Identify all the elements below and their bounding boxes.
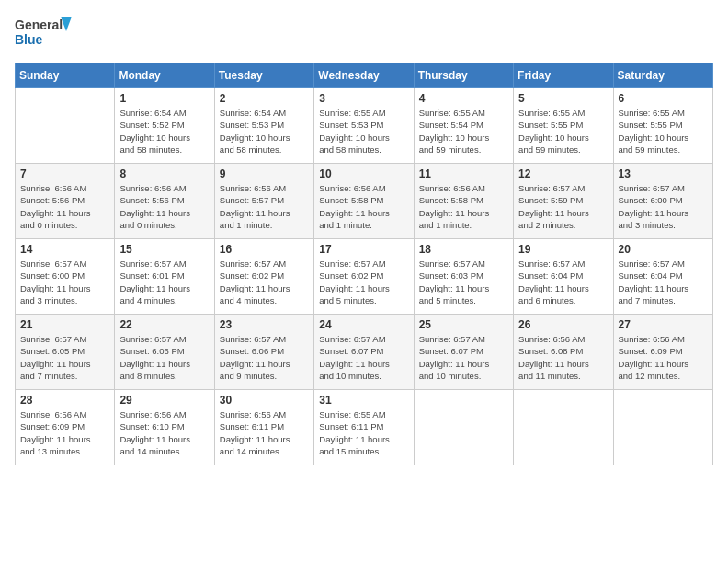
day-number: 24 (319, 318, 408, 331)
calendar-cell: 24Sunrise: 6:57 AM Sunset: 6:07 PM Dayli… (314, 315, 414, 390)
calendar-cell: 11Sunrise: 6:56 AM Sunset: 5:58 PM Dayli… (414, 164, 513, 239)
day-number: 17 (319, 243, 408, 256)
calendar-cell: 13Sunrise: 6:57 AM Sunset: 6:00 PM Dayli… (613, 164, 712, 239)
week-row-5: 28Sunrise: 6:56 AM Sunset: 6:09 PM Dayli… (16, 390, 713, 465)
logo-svg: GeneralBlue (15, 15, 79, 52)
day-info: Sunrise: 6:56 AM Sunset: 6:11 PM Dayligh… (220, 408, 309, 457)
calendar-cell: 30Sunrise: 6:56 AM Sunset: 6:11 PM Dayli… (214, 390, 313, 465)
week-row-2: 7Sunrise: 6:56 AM Sunset: 5:56 PM Daylig… (16, 164, 713, 239)
day-info: Sunrise: 6:56 AM Sunset: 6:09 PM Dayligh… (20, 408, 109, 457)
calendar-cell (16, 88, 115, 164)
svg-text:General: General (15, 17, 63, 32)
day-number: 14 (20, 243, 109, 256)
header-sunday: Sunday (16, 63, 115, 88)
calendar-cell: 22Sunrise: 6:57 AM Sunset: 6:06 PM Dayli… (115, 315, 214, 390)
svg-text:Blue: Blue (15, 32, 43, 47)
day-info: Sunrise: 6:57 AM Sunset: 6:00 PM Dayligh… (20, 258, 109, 306)
day-number: 26 (518, 318, 608, 331)
calendar-cell: 20Sunrise: 6:57 AM Sunset: 6:04 PM Dayli… (613, 239, 712, 315)
day-number: 3 (319, 92, 408, 105)
week-row-4: 21Sunrise: 6:57 AM Sunset: 6:05 PM Dayli… (16, 315, 713, 390)
week-row-3: 14Sunrise: 6:57 AM Sunset: 6:00 PM Dayli… (16, 239, 713, 315)
day-info: Sunrise: 6:57 AM Sunset: 6:06 PM Dayligh… (119, 333, 209, 382)
day-info: Sunrise: 6:57 AM Sunset: 6:04 PM Dayligh… (518, 258, 608, 306)
header-friday: Friday (514, 63, 613, 88)
day-info: Sunrise: 6:55 AM Sunset: 5:54 PM Dayligh… (419, 107, 508, 155)
day-info: Sunrise: 6:57 AM Sunset: 6:02 PM Dayligh… (220, 258, 309, 306)
calendar-cell: 27Sunrise: 6:56 AM Sunset: 6:09 PM Dayli… (613, 315, 712, 390)
day-number: 5 (518, 92, 608, 105)
logo: GeneralBlue (15, 15, 79, 52)
day-info: Sunrise: 6:56 AM Sunset: 5:56 PM Dayligh… (119, 182, 209, 231)
day-number: 21 (20, 318, 109, 331)
calendar-cell: 3Sunrise: 6:55 AM Sunset: 5:53 PM Daylig… (314, 88, 414, 164)
day-number: 7 (20, 167, 109, 180)
day-info: Sunrise: 6:56 AM Sunset: 5:56 PM Dayligh… (20, 182, 109, 231)
day-info: Sunrise: 6:57 AM Sunset: 6:00 PM Dayligh… (619, 182, 708, 231)
day-info: Sunrise: 6:57 AM Sunset: 6:07 PM Dayligh… (419, 333, 508, 382)
header-thursday: Thursday (414, 63, 513, 88)
day-number: 1 (119, 92, 209, 105)
day-info: Sunrise: 6:54 AM Sunset: 5:53 PM Dayligh… (220, 107, 309, 155)
day-number: 23 (220, 318, 309, 331)
day-info: Sunrise: 6:57 AM Sunset: 6:06 PM Dayligh… (220, 333, 309, 382)
calendar-cell: 31Sunrise: 6:55 AM Sunset: 6:11 PM Dayli… (314, 390, 414, 465)
calendar-cell: 18Sunrise: 6:57 AM Sunset: 6:03 PM Dayli… (414, 239, 513, 315)
calendar-cell: 4Sunrise: 6:55 AM Sunset: 5:54 PM Daylig… (414, 88, 513, 164)
calendar-cell: 7Sunrise: 6:56 AM Sunset: 5:56 PM Daylig… (16, 164, 115, 239)
day-info: Sunrise: 6:56 AM Sunset: 6:10 PM Dayligh… (119, 408, 209, 457)
day-info: Sunrise: 6:57 AM Sunset: 6:05 PM Dayligh… (20, 333, 109, 382)
day-info: Sunrise: 6:54 AM Sunset: 5:52 PM Dayligh… (119, 107, 209, 155)
day-number: 12 (518, 167, 608, 180)
calendar-header-row: SundayMondayTuesdayWednesdayThursdayFrid… (16, 63, 713, 88)
day-info: Sunrise: 6:56 AM Sunset: 6:08 PM Dayligh… (518, 333, 608, 382)
day-number: 8 (119, 167, 209, 180)
day-number: 20 (619, 243, 708, 256)
day-number: 29 (119, 394, 209, 407)
day-number: 6 (619, 92, 708, 105)
day-number: 4 (419, 92, 508, 105)
day-info: Sunrise: 6:55 AM Sunset: 5:53 PM Dayligh… (319, 107, 408, 155)
calendar-table: SundayMondayTuesdayWednesdayThursdayFrid… (15, 63, 713, 465)
calendar-cell (613, 390, 712, 465)
header-saturday: Saturday (613, 63, 712, 88)
day-number: 28 (20, 394, 109, 407)
day-info: Sunrise: 6:57 AM Sunset: 6:07 PM Dayligh… (319, 333, 408, 382)
calendar-cell: 14Sunrise: 6:57 AM Sunset: 6:00 PM Dayli… (16, 239, 115, 315)
calendar-cell: 26Sunrise: 6:56 AM Sunset: 6:08 PM Dayli… (514, 315, 613, 390)
day-number: 27 (619, 318, 708, 331)
day-info: Sunrise: 6:55 AM Sunset: 5:55 PM Dayligh… (518, 107, 608, 155)
calendar-cell: 19Sunrise: 6:57 AM Sunset: 6:04 PM Dayli… (514, 239, 613, 315)
day-number: 25 (419, 318, 508, 331)
day-info: Sunrise: 6:56 AM Sunset: 5:58 PM Dayligh… (419, 182, 508, 231)
calendar-cell: 29Sunrise: 6:56 AM Sunset: 6:10 PM Dayli… (115, 390, 214, 465)
day-info: Sunrise: 6:55 AM Sunset: 6:11 PM Dayligh… (319, 408, 408, 457)
day-info: Sunrise: 6:57 AM Sunset: 6:04 PM Dayligh… (619, 258, 708, 306)
header-tuesday: Tuesday (214, 63, 313, 88)
calendar-cell: 25Sunrise: 6:57 AM Sunset: 6:07 PM Dayli… (414, 315, 513, 390)
day-number: 19 (518, 243, 608, 256)
day-info: Sunrise: 6:57 AM Sunset: 6:01 PM Dayligh… (119, 258, 209, 306)
day-number: 18 (419, 243, 508, 256)
day-info: Sunrise: 6:56 AM Sunset: 6:09 PM Dayligh… (619, 333, 708, 382)
day-number: 11 (419, 167, 508, 180)
day-number: 9 (220, 167, 309, 180)
calendar-cell: 5Sunrise: 6:55 AM Sunset: 5:55 PM Daylig… (514, 88, 613, 164)
day-info: Sunrise: 6:57 AM Sunset: 6:02 PM Dayligh… (319, 258, 408, 306)
day-info: Sunrise: 6:57 AM Sunset: 5:59 PM Dayligh… (518, 182, 608, 231)
day-info: Sunrise: 6:56 AM Sunset: 5:57 PM Dayligh… (220, 182, 309, 231)
day-number: 2 (220, 92, 309, 105)
day-info: Sunrise: 6:57 AM Sunset: 6:03 PM Dayligh… (419, 258, 508, 306)
calendar-cell: 10Sunrise: 6:56 AM Sunset: 5:58 PM Dayli… (314, 164, 414, 239)
day-number: 13 (619, 167, 708, 180)
calendar-cell: 23Sunrise: 6:57 AM Sunset: 6:06 PM Dayli… (214, 315, 313, 390)
day-info: Sunrise: 6:56 AM Sunset: 5:58 PM Dayligh… (319, 182, 408, 231)
week-row-1: 1Sunrise: 6:54 AM Sunset: 5:52 PM Daylig… (16, 88, 713, 164)
day-number: 15 (119, 243, 209, 256)
day-number: 16 (220, 243, 309, 256)
calendar-cell: 21Sunrise: 6:57 AM Sunset: 6:05 PM Dayli… (16, 315, 115, 390)
calendar-cell (414, 390, 513, 465)
header-wednesday: Wednesday (314, 63, 414, 88)
day-number: 22 (119, 318, 209, 331)
calendar-cell: 15Sunrise: 6:57 AM Sunset: 6:01 PM Dayli… (115, 239, 214, 315)
